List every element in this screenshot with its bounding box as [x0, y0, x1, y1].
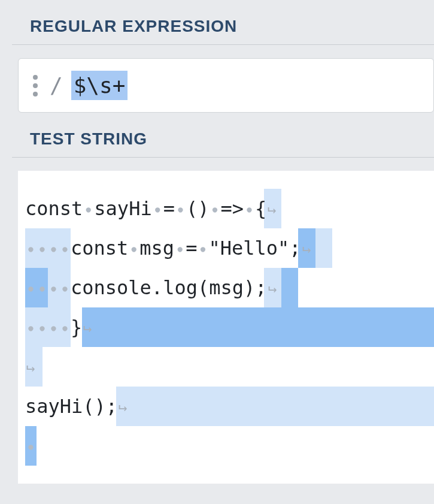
whitespace-dot-icon [128, 245, 139, 253]
whitespace-dot-icon [244, 205, 255, 213]
newline-icon [83, 320, 92, 334]
regex-input-box[interactable]: / $\s+ [18, 58, 434, 113]
newline-icon [26, 360, 35, 374]
whitespace-dot-icon [48, 245, 59, 253]
whitespace-dot-icon [59, 284, 71, 292]
kebab-menu-icon[interactable] [29, 73, 41, 99]
whitespace-dot-icon [209, 205, 220, 213]
whitespace-dot-icon [83, 205, 94, 213]
regex-section-header: REGULAR EXPRESSION [12, 0, 434, 45]
whitespace-dot-icon [59, 245, 71, 253]
test-string-input[interactable]: constsayHi=()=>{constmsg="Hello";console… [18, 171, 434, 484]
whitespace-dot-icon [37, 245, 48, 253]
newline-icon [119, 399, 127, 414]
test-string-line[interactable]: constsayHi=()=>{ [25, 189, 434, 228]
test-string-line[interactable]: } [25, 307, 434, 347]
test-string-line[interactable] [25, 426, 434, 466]
whitespace-dot-icon [37, 324, 48, 332]
newline-icon [302, 241, 311, 255]
whitespace-dot-icon [48, 284, 59, 292]
test-string-line[interactable] [25, 347, 434, 387]
whitespace-dot-icon [152, 205, 163, 213]
whitespace-dot-icon [25, 245, 37, 253]
regex-delimiter: / [50, 73, 63, 98]
whitespace-dot-icon [48, 324, 59, 332]
whitespace-dot-icon [25, 284, 37, 292]
test-string-line[interactable]: sayHi(); [25, 387, 434, 426]
regex-pattern[interactable]: $\s+ [71, 71, 128, 100]
newline-icon [268, 280, 277, 295]
test-string-line[interactable]: constmsg="Hello"; [25, 228, 434, 268]
whitespace-dot-icon [59, 324, 71, 332]
whitespace-dot-icon [175, 205, 186, 213]
whitespace-dot-icon [174, 245, 186, 253]
whitespace-dot-icon [197, 245, 208, 253]
whitespace-dot-icon [25, 442, 37, 451]
test-string-line[interactable]: console.log(msg); [25, 268, 434, 307]
whitespace-dot-icon [25, 324, 37, 332]
teststring-section-header: TEST STRING [12, 113, 434, 158]
newline-icon [268, 201, 276, 216]
whitespace-dot-icon [37, 284, 48, 292]
